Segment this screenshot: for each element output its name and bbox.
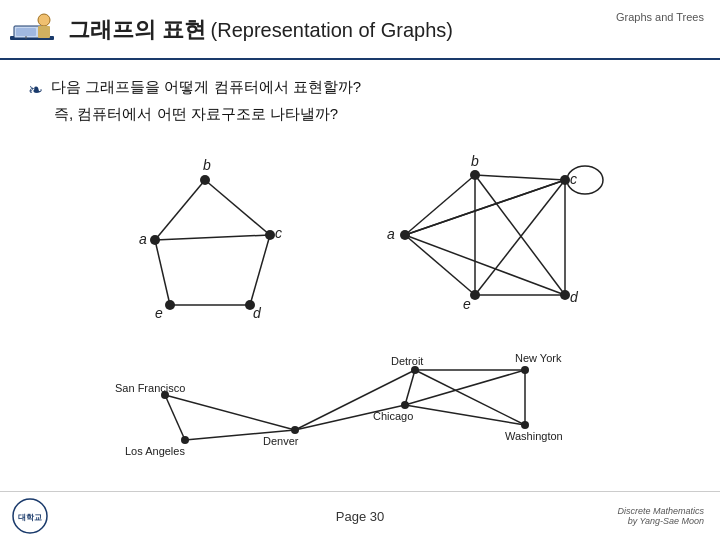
- svg-point-14: [265, 230, 275, 240]
- svg-point-13: [200, 175, 210, 185]
- header-logo: [8, 8, 56, 52]
- svg-line-10: [155, 240, 170, 305]
- svg-text:c: c: [275, 225, 282, 241]
- svg-point-59: [411, 366, 419, 374]
- svg-text:Denver: Denver: [263, 435, 299, 447]
- svg-text:San Francisco: San Francisco: [115, 382, 185, 394]
- graph-cities: San Francisco Los Angeles Denver Chicago…: [95, 340, 625, 470]
- svg-rect-3: [38, 26, 50, 38]
- svg-text:a: a: [387, 226, 395, 242]
- svg-line-44: [165, 395, 185, 440]
- header: 그래프의 표현 (Representation of Graphs) Graph…: [0, 0, 720, 60]
- svg-line-6: [155, 180, 205, 240]
- svg-point-12: [150, 235, 160, 245]
- svg-line-49: [405, 370, 415, 405]
- svg-line-45: [165, 395, 295, 430]
- svg-text:e: e: [155, 305, 163, 321]
- svg-point-60: [521, 366, 529, 374]
- svg-text:Detroit: Detroit: [391, 355, 423, 367]
- svg-line-22: [405, 175, 475, 235]
- bullet-icon: ❧: [28, 79, 43, 101]
- graph-right: a b c d e: [345, 140, 625, 330]
- svg-point-57: [291, 426, 299, 434]
- svg-point-37: [560, 290, 570, 300]
- svg-point-34: [400, 230, 410, 240]
- svg-line-11: [155, 235, 270, 240]
- svg-line-25: [405, 235, 475, 295]
- svg-point-16: [165, 300, 175, 310]
- svg-text:c: c: [570, 171, 577, 187]
- svg-line-24: [405, 235, 565, 295]
- svg-rect-4: [16, 28, 36, 36]
- svg-point-38: [470, 290, 480, 300]
- svg-point-2: [38, 14, 50, 26]
- svg-line-7: [205, 180, 270, 235]
- svg-point-61: [521, 421, 529, 429]
- svg-text:a: a: [139, 231, 147, 247]
- svg-line-8: [250, 235, 270, 305]
- intro-line1: ❧ 다음 그래프들을 어떻게 컴퓨터에서 표현할까?: [28, 78, 692, 101]
- svg-point-36: [560, 175, 570, 185]
- svg-text:대학교: 대학교: [18, 513, 42, 522]
- svg-text:b: b: [203, 157, 211, 173]
- svg-point-58: [401, 401, 409, 409]
- svg-point-35: [470, 170, 480, 180]
- footer-page: Page 30: [336, 509, 384, 524]
- svg-text:New York: New York: [515, 352, 562, 364]
- map-area: San Francisco Los Angeles Denver Chicago…: [28, 340, 692, 470]
- svg-line-52: [405, 405, 525, 425]
- svg-text:e: e: [463, 296, 471, 312]
- intro-line2: 즉, 컴퓨터에서 어떤 자료구조로 나타낼까?: [54, 105, 692, 124]
- svg-text:Los Angeles: Los Angeles: [125, 445, 185, 457]
- header-title: 그래프의 표현 (Representation of Graphs): [68, 15, 453, 45]
- svg-text:b: b: [471, 153, 479, 169]
- svg-line-50: [405, 370, 525, 405]
- graph-left: a b c d e: [95, 140, 335, 330]
- svg-text:d: d: [253, 305, 262, 321]
- footer-credit: Discrete Mathematics by Yang-Sae Moon: [617, 506, 704, 526]
- graphs-area: a b c d e: [28, 140, 692, 330]
- main-content: ❧ 다음 그래프들을 어떻게 컴퓨터에서 표현할까? 즉, 컴퓨터에서 어떤 자…: [0, 60, 720, 480]
- svg-text:d: d: [570, 289, 579, 305]
- footer: 대학교 Page 30 Discrete Mathematics by Yang…: [0, 491, 720, 540]
- svg-text:Washington: Washington: [505, 430, 563, 442]
- svg-point-56: [181, 436, 189, 444]
- header-top-right: Graphs and Trees: [616, 10, 704, 25]
- footer-logo: 대학교: [12, 498, 48, 534]
- svg-text:Chicago: Chicago: [373, 410, 413, 422]
- svg-line-26: [475, 175, 565, 180]
